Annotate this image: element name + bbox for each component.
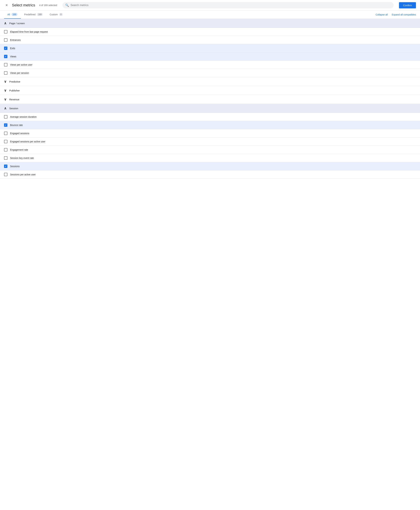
checkbox-sessions[interactable]: ✓	[4, 165, 8, 168]
category-revenue-label: Revenue	[9, 98, 19, 101]
tab-custom[interactable]: Custom 0	[46, 11, 66, 19]
close-button[interactable]: ✕	[4, 2, 9, 8]
metric-views-label: Views	[10, 55, 16, 58]
metric-bounce-rate-label: Bounce rate	[10, 124, 23, 126]
metric-views-per-session-label: Views per session	[10, 72, 29, 74]
metric-elapsed-time[interactable]: Elapsed time from last page request	[0, 28, 420, 36]
chevron-up-icon: ∧	[4, 21, 7, 25]
search-box: 🔍	[62, 2, 394, 8]
checkbox-exits[interactable]: ✓	[4, 46, 8, 50]
category-publisher-label: Publisher	[9, 89, 20, 92]
category-predictive[interactable]: ∨ Predictive	[0, 77, 420, 86]
metrics-content: ∧ Page / screen Elapsed time from last p…	[0, 19, 420, 179]
checkbox-views-per-session[interactable]	[4, 71, 8, 75]
metric-views-per-session[interactable]: Views per session	[0, 69, 420, 77]
checkbox-sessions-per-active-user[interactable]	[4, 173, 8, 176]
metric-elapsed-time-label: Elapsed time from last page request	[10, 30, 48, 33]
metric-exits[interactable]: ✓ Exits	[0, 44, 420, 53]
checkbox-entrances[interactable]	[4, 38, 8, 42]
checkbox-avg-session-duration[interactable]	[4, 115, 8, 119]
confirm-button[interactable]: Confirm	[399, 2, 416, 8]
metric-sessions-label: Sessions	[10, 165, 20, 167]
check-icon: ✓	[5, 165, 7, 167]
tab-actions: Collapse all Expand all compatibles	[376, 11, 416, 18]
checkbox-engagement-rate[interactable]	[4, 148, 8, 152]
metric-engaged-sessions[interactable]: Engaged sessions	[0, 129, 420, 137]
metric-session-key-event-rate-label: Session key event rate	[10, 157, 34, 159]
category-page-screen[interactable]: ∧ Page / screen	[0, 19, 420, 28]
checkbox-session-key-event-rate[interactable]	[4, 156, 8, 160]
category-predictive-label: Predictive	[9, 80, 20, 83]
header: ✕ Select metrics 4 of 169 selected 🔍 Con…	[0, 0, 420, 11]
metric-sessions[interactable]: ✓ Sessions	[0, 162, 420, 170]
category-publisher[interactable]: ∨ Publisher	[0, 86, 420, 95]
metric-engagement-rate-label: Engagement rate	[10, 148, 28, 151]
metric-views-per-active-user-label: Views per active user	[10, 63, 32, 66]
search-icon: 🔍	[65, 3, 69, 7]
metric-sessions-per-active-user-label: Sessions per active user	[10, 173, 36, 176]
tab-predefined-label: Predefined	[24, 13, 36, 16]
metric-engagement-rate[interactable]: Engagement rate	[0, 146, 420, 154]
close-icon: ✕	[5, 3, 8, 7]
dialog-title: Select metrics	[12, 3, 35, 8]
metric-exits-label: Exits	[10, 47, 15, 50]
check-icon: ✓	[5, 47, 7, 50]
checkbox-engaged-sessions[interactable]	[4, 132, 8, 135]
metric-avg-session-duration-label: Average session duration	[10, 115, 37, 118]
metric-session-key-event-rate[interactable]: Session key event rate	[0, 154, 420, 162]
category-session[interactable]: ∧ Session	[0, 104, 420, 113]
tabs-bar: All 169 Predefined 169 Custom 0 Collapse…	[0, 11, 420, 19]
category-session-label: Session	[9, 107, 18, 110]
collapse-all-link[interactable]: Collapse all	[376, 11, 388, 18]
checkbox-bounce-rate[interactable]: ✓	[4, 123, 8, 127]
chevron-up-icon: ∧	[4, 106, 7, 110]
tab-all-badge: 169	[11, 13, 17, 16]
metric-avg-session-duration[interactable]: Average session duration	[0, 113, 420, 121]
check-icon: ✓	[5, 124, 7, 126]
checkbox-engaged-sessions-per-active-user[interactable]	[4, 140, 8, 143]
metric-views[interactable]: ✓ Views	[0, 53, 420, 61]
metric-entrances-label: Entrances	[10, 39, 21, 41]
metric-bounce-rate[interactable]: ✓ Bounce rate	[0, 121, 420, 129]
checkbox-views[interactable]: ✓	[4, 55, 8, 58]
metric-views-per-active-user[interactable]: Views per active user	[0, 61, 420, 69]
checkbox-views-per-active-user[interactable]	[4, 63, 8, 66]
metric-entrances[interactable]: Entrances	[0, 36, 420, 44]
metric-engaged-sessions-label: Engaged sessions	[10, 132, 29, 135]
tab-predefined[interactable]: Predefined 169	[21, 11, 46, 19]
expand-all-compatibles-link[interactable]: Expand all compatibles	[392, 11, 416, 18]
metric-sessions-per-active-user[interactable]: Sessions per active user	[0, 170, 420, 179]
search-input[interactable]	[71, 4, 391, 7]
tab-custom-label: Custom	[50, 13, 58, 16]
chevron-down-icon: ∨	[4, 79, 7, 84]
tab-all-label: All	[8, 13, 10, 16]
category-page-screen-label: Page / screen	[9, 22, 25, 25]
tab-group: All 169 Predefined 169 Custom 0	[4, 11, 376, 19]
metric-engaged-sessions-per-active-user-label: Engaged sessions per active user	[10, 140, 45, 143]
metric-engaged-sessions-per-active-user[interactable]: Engaged sessions per active user	[0, 137, 420, 146]
check-icon: ✓	[5, 55, 7, 58]
tab-custom-badge: 0	[59, 13, 63, 16]
chevron-down-icon: ∨	[4, 88, 7, 92]
chevron-down-icon: ∨	[4, 97, 7, 101]
tab-predefined-badge: 169	[37, 13, 43, 16]
checkbox-elapsed-time[interactable]	[4, 30, 8, 33]
tab-all[interactable]: All 169	[4, 11, 21, 19]
selection-count: 4 of 169 selected	[39, 4, 57, 7]
category-revenue[interactable]: ∨ Revenue	[0, 95, 420, 104]
